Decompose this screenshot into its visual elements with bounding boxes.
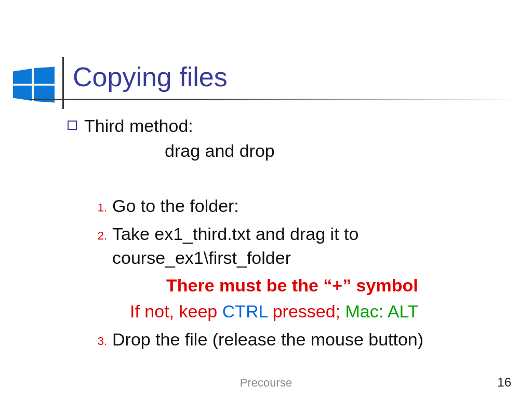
hint-pre: If not, keep: [130, 301, 222, 321]
step-number: 1.: [94, 194, 107, 216]
bullet-square-icon: [68, 121, 77, 130]
slide-header: Copying files: [0, 57, 532, 109]
svg-marker-0: [13, 69, 32, 84]
svg-marker-1: [34, 66, 55, 84]
step-text: Drop the file (release the mouse button): [112, 328, 509, 352]
header-horizontal-rule: [29, 99, 520, 100]
step-1: 1. Go to the folder:: [94, 194, 509, 218]
top-bullet: Third method: drag and drop: [68, 114, 509, 163]
emphasis-note: There must be the “+” symbol: [166, 274, 509, 298]
step-2: 2. Take ex1_third.txt and drag it to cou…: [94, 222, 509, 270]
bullet-heading: Third method:: [84, 116, 193, 136]
hint-ctrl: CTRL: [222, 301, 268, 321]
slide-title: Copying files: [73, 61, 228, 92]
bullet-sub: drag and drop: [84, 139, 509, 163]
step-text: Take ex1_third.txt and drag it to course…: [112, 222, 509, 270]
page-number: 16: [497, 375, 511, 390]
footer-label: Precourse: [0, 376, 532, 390]
step-3: 3. Drop the file (release the mouse butt…: [94, 328, 509, 352]
hint-mid: pressed;: [268, 301, 345, 321]
hint-line: If not, keep CTRL pressed; Mac: ALT: [130, 300, 509, 324]
windows-logo-icon: [13, 66, 55, 103]
step-number: 2.: [94, 222, 107, 244]
hint-mac: Mac: ALT: [345, 301, 419, 321]
bullet-text: Third method: drag and drop: [84, 114, 509, 163]
header-vertical-rule: [62, 57, 64, 109]
ordered-steps: 1. Go to the folder: 2. Take ex1_third.t…: [94, 194, 509, 352]
step-number: 3.: [94, 328, 107, 349]
step-text: Go to the folder:: [112, 194, 509, 218]
slide-body: Third method: drag and drop 1. Go to the…: [68, 114, 509, 356]
